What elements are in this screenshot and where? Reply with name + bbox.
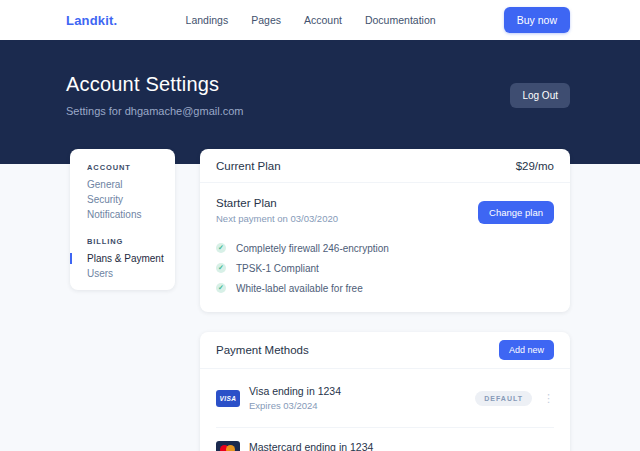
payment-method-title: Visa ending in 1234 [249,385,341,397]
feature-row: ✓ Completely firewall 246-encryption [216,238,554,258]
payment-methods-title: Payment Methods [216,344,309,356]
feature-row: ✓ TPSK-1 Compliant [216,258,554,278]
plan-feature-list: ✓ Completely firewall 246-encryption ✓ T… [216,238,554,298]
sidebar-item-users[interactable]: Users [87,266,175,281]
sidebar-heading-account: ACCOUNT [87,163,175,173]
logout-button[interactable]: Log Out [510,83,570,108]
current-plan-body: Starter Plan Next payment on 03/03/2020 … [200,183,570,298]
main-nav: Landings Pages Account Documentation [186,14,436,26]
check-icon: ✓ [216,283,226,293]
nav-link-landings[interactable]: Landings [186,14,229,26]
feature-label: Completely firewall 246-encryption [236,243,389,254]
payment-method-row: Mastercard ending in 1234 [200,428,570,451]
kebab-menu-icon[interactable]: ⋮ [543,393,554,404]
payment-methods-header: Payment Methods Add new [200,332,570,369]
nav-link-pages[interactable]: Pages [251,14,281,26]
add-new-button[interactable]: Add new [499,340,554,360]
current-plan-title: Current Plan [216,160,281,172]
payment-method-expiry: Expires 03/2024 [249,400,341,411]
page-subtitle: Settings for dhgamache@gmail.com [66,105,243,117]
feature-label: TPSK-1 Compliant [236,263,319,274]
sidebar-item-notifications[interactable]: Notifications [87,207,175,222]
payment-method-info: Visa ending in 1234 Expires 03/2024 [249,385,341,411]
visa-icon: VISA [216,390,240,407]
payment-methods-card: Payment Methods Add new VISA Visa ending… [200,332,570,451]
feature-label: White-label available for free [236,283,363,294]
settings-nav-card: ACCOUNT General Security Notifications B… [70,149,175,290]
feature-row: ✓ White-label available for free [216,278,554,298]
sidebar-item-plans-payment[interactable]: Plans & Payment [87,251,175,266]
mastercard-icon [216,441,240,451]
next-payment-text: Next payment on 03/03/2020 [216,213,338,224]
current-plan-header: Current Plan $29/mo [200,149,570,183]
payment-method-row: VISA Visa ending in 1234 Expires 03/2024… [200,369,570,427]
payment-method-title: Mastercard ending in 1234 [249,441,373,451]
brand-logo[interactable]: Landkit. [66,13,117,28]
current-plan-card: Current Plan $29/mo Starter Plan Next pa… [200,149,570,312]
plan-name: Starter Plan [216,197,338,209]
page-header: Account Settings Settings for dhgamache@… [0,40,640,164]
nav-link-documentation[interactable]: Documentation [365,14,436,26]
sidebar-item-security[interactable]: Security [87,192,175,207]
top-navbar: Landkit. Landings Pages Account Document… [0,0,640,40]
check-icon: ✓ [216,263,226,273]
page-header-text: Account Settings Settings for dhgamache@… [66,72,243,117]
sidebar-heading-billing: BILLING [87,237,175,247]
default-badge: DEFAULT [475,391,532,406]
change-plan-button[interactable]: Change plan [478,201,554,224]
buy-now-button[interactable]: Buy now [504,7,570,33]
plan-summary: Starter Plan Next payment on 03/03/2020 [216,197,338,224]
check-icon: ✓ [216,243,226,253]
payment-method-info: Mastercard ending in 1234 [249,441,373,451]
page-title: Account Settings [66,72,243,96]
plan-price: $29/mo [516,160,554,172]
nav-link-account[interactable]: Account [304,14,342,26]
sidebar-item-general[interactable]: General [87,177,175,192]
